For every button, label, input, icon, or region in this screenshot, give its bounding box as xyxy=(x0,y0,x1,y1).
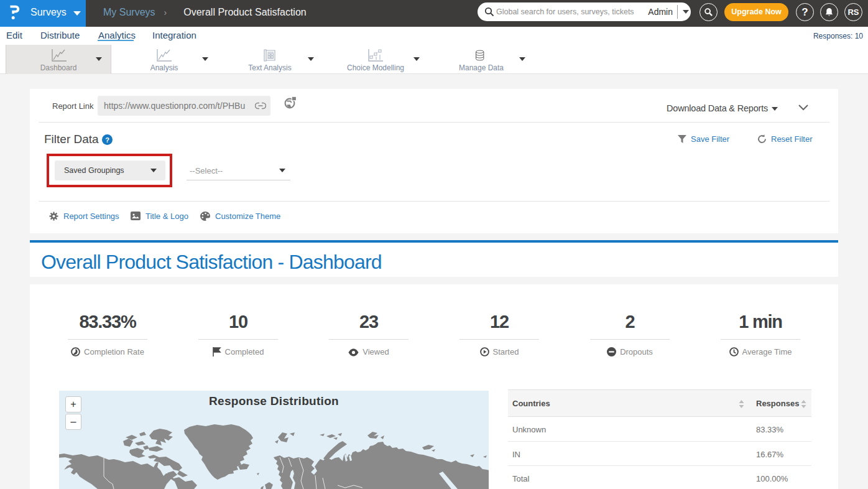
svg-text:?: ? xyxy=(105,136,109,144)
